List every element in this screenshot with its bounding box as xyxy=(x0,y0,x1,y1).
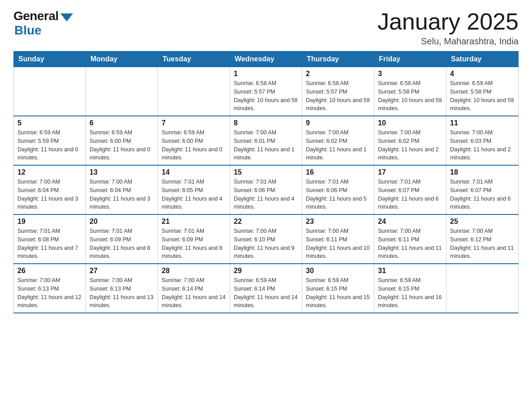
logo-blue-text: Blue xyxy=(14,23,42,38)
calendar-cell: 9Sunrise: 7:00 AMSunset: 6:02 PMDaylight… xyxy=(302,116,374,165)
calendar-cell: 20Sunrise: 7:01 AMSunset: 6:09 PMDayligh… xyxy=(86,214,158,264)
header-day-friday: Friday xyxy=(374,51,446,67)
day-info: Sunrise: 6:59 AMSunset: 6:15 PMDaylight:… xyxy=(378,276,442,310)
calendar-cell: 19Sunrise: 7:01 AMSunset: 6:08 PMDayligh… xyxy=(14,214,86,264)
calendar-cell: 29Sunrise: 6:59 AMSunset: 6:14 PMDayligh… xyxy=(230,264,302,313)
day-number: 11 xyxy=(450,119,515,127)
day-number: 10 xyxy=(378,119,442,127)
calendar-cell: 17Sunrise: 7:01 AMSunset: 6:07 PMDayligh… xyxy=(374,165,446,214)
calendar-cell: 21Sunrise: 7:01 AMSunset: 6:09 PMDayligh… xyxy=(158,214,230,264)
day-number: 15 xyxy=(234,168,298,176)
calendar-cell: 27Sunrise: 7:00 AMSunset: 6:13 PMDayligh… xyxy=(86,264,158,313)
day-info: Sunrise: 6:59 AMSunset: 5:58 PMDaylight:… xyxy=(450,79,515,113)
logo-general-text: General xyxy=(13,9,59,23)
calendar-cell: 18Sunrise: 7:01 AMSunset: 6:07 PMDayligh… xyxy=(446,165,519,214)
day-info: Sunrise: 7:01 AMSunset: 6:08 PMDaylight:… xyxy=(17,227,82,261)
day-number: 14 xyxy=(162,168,226,176)
day-info: Sunrise: 7:01 AMSunset: 6:06 PMDaylight:… xyxy=(306,178,370,211)
calendar-cell xyxy=(86,67,158,116)
calendar-header: SundayMondayTuesdayWednesdayThursdayFrid… xyxy=(14,51,519,67)
logo: General Blue xyxy=(13,9,73,38)
day-info: Sunrise: 6:59 AMSunset: 6:15 PMDaylight:… xyxy=(306,276,370,310)
calendar-week-3: 12Sunrise: 7:00 AMSunset: 6:04 PMDayligh… xyxy=(14,165,519,214)
day-info: Sunrise: 7:00 AMSunset: 6:13 PMDaylight:… xyxy=(17,276,82,310)
day-number: 27 xyxy=(90,267,154,275)
day-number: 21 xyxy=(162,218,226,226)
calendar-cell: 11Sunrise: 7:00 AMSunset: 6:03 PMDayligh… xyxy=(446,116,519,165)
header-day-monday: Monday xyxy=(86,51,158,67)
calendar-subtitle: Selu, Maharashtra, India xyxy=(378,36,519,47)
day-info: Sunrise: 7:00 AMSunset: 6:12 PMDaylight:… xyxy=(450,227,515,261)
header-day-wednesday: Wednesday xyxy=(230,51,302,67)
day-info: Sunrise: 7:01 AMSunset: 6:09 PMDaylight:… xyxy=(162,227,226,261)
day-info: Sunrise: 6:58 AMSunset: 5:57 PMDaylight:… xyxy=(306,79,370,113)
day-info: Sunrise: 7:00 AMSunset: 6:01 PMDaylight:… xyxy=(234,128,298,162)
header-day-tuesday: Tuesday xyxy=(158,51,230,67)
calendar-cell: 26Sunrise: 7:00 AMSunset: 6:13 PMDayligh… xyxy=(14,264,86,313)
calendar-cell: 3Sunrise: 6:58 AMSunset: 5:58 PMDaylight… xyxy=(374,67,446,116)
day-info: Sunrise: 7:00 AMSunset: 6:14 PMDaylight:… xyxy=(162,276,226,310)
day-number: 8 xyxy=(234,119,298,127)
header-row: SundayMondayTuesdayWednesdayThursdayFrid… xyxy=(14,51,519,67)
day-info: Sunrise: 7:01 AMSunset: 6:05 PMDaylight:… xyxy=(162,178,226,211)
day-number: 29 xyxy=(234,267,298,275)
day-number: 16 xyxy=(306,168,370,176)
day-number: 26 xyxy=(17,267,82,275)
day-info: Sunrise: 7:00 AMSunset: 6:04 PMDaylight:… xyxy=(90,178,154,211)
day-info: Sunrise: 6:59 AMSunset: 5:59 PMDaylight:… xyxy=(17,128,82,162)
day-info: Sunrise: 7:01 AMSunset: 6:07 PMDaylight:… xyxy=(450,178,515,211)
calendar-cell: 1Sunrise: 6:58 AMSunset: 5:57 PMDaylight… xyxy=(230,67,302,116)
header-day-thursday: Thursday xyxy=(302,51,374,67)
calendar-cell: 5Sunrise: 6:59 AMSunset: 5:59 PMDaylight… xyxy=(14,116,86,165)
calendar-cell: 15Sunrise: 7:01 AMSunset: 6:06 PMDayligh… xyxy=(230,165,302,214)
calendar-cell: 23Sunrise: 7:00 AMSunset: 6:11 PMDayligh… xyxy=(302,214,374,264)
day-info: Sunrise: 7:01 AMSunset: 6:09 PMDaylight:… xyxy=(90,227,154,261)
calendar-week-4: 19Sunrise: 7:01 AMSunset: 6:08 PMDayligh… xyxy=(14,214,519,264)
calendar-cell: 7Sunrise: 6:59 AMSunset: 6:00 PMDaylight… xyxy=(158,116,230,165)
calendar-body: 1Sunrise: 6:58 AMSunset: 5:57 PMDaylight… xyxy=(14,67,519,313)
day-number: 4 xyxy=(450,70,515,78)
header-day-saturday: Saturday xyxy=(446,51,519,67)
calendar-cell: 31Sunrise: 6:59 AMSunset: 6:15 PMDayligh… xyxy=(374,264,446,313)
day-info: Sunrise: 6:59 AMSunset: 6:00 PMDaylight:… xyxy=(90,128,154,162)
day-info: Sunrise: 7:01 AMSunset: 6:07 PMDaylight:… xyxy=(378,178,442,211)
day-number: 19 xyxy=(17,218,82,226)
header-day-sunday: Sunday xyxy=(14,51,86,67)
calendar-cell: 30Sunrise: 6:59 AMSunset: 6:15 PMDayligh… xyxy=(302,264,374,313)
day-info: Sunrise: 7:00 AMSunset: 6:02 PMDaylight:… xyxy=(378,128,442,162)
calendar-cell: 24Sunrise: 7:00 AMSunset: 6:11 PMDayligh… xyxy=(374,214,446,264)
day-info: Sunrise: 6:59 AMSunset: 6:00 PMDaylight:… xyxy=(162,128,226,162)
day-number: 24 xyxy=(378,218,442,226)
day-info: Sunrise: 7:00 AMSunset: 6:13 PMDaylight:… xyxy=(90,276,154,310)
calendar-week-5: 26Sunrise: 7:00 AMSunset: 6:13 PMDayligh… xyxy=(14,264,519,313)
day-info: Sunrise: 7:00 AMSunset: 6:11 PMDaylight:… xyxy=(378,227,442,261)
day-number: 7 xyxy=(162,119,226,127)
calendar-cell: 8Sunrise: 7:00 AMSunset: 6:01 PMDaylight… xyxy=(230,116,302,165)
calendar-cell: 6Sunrise: 6:59 AMSunset: 6:00 PMDaylight… xyxy=(86,116,158,165)
day-info: Sunrise: 6:58 AMSunset: 5:57 PMDaylight:… xyxy=(234,79,298,113)
day-number: 17 xyxy=(378,168,442,176)
day-info: Sunrise: 7:00 AMSunset: 6:04 PMDaylight:… xyxy=(17,178,82,211)
calendar-cell xyxy=(14,67,86,116)
calendar-cell: 10Sunrise: 7:00 AMSunset: 6:02 PMDayligh… xyxy=(374,116,446,165)
day-number: 31 xyxy=(378,267,442,275)
day-number: 20 xyxy=(90,218,154,226)
calendar-cell: 25Sunrise: 7:00 AMSunset: 6:12 PMDayligh… xyxy=(446,214,519,264)
day-info: Sunrise: 7:00 AMSunset: 6:03 PMDaylight:… xyxy=(450,128,515,162)
day-number: 12 xyxy=(17,168,82,176)
calendar-cell: 16Sunrise: 7:01 AMSunset: 6:06 PMDayligh… xyxy=(302,165,374,214)
calendar-cell: 2Sunrise: 6:58 AMSunset: 5:57 PMDaylight… xyxy=(302,67,374,116)
day-number: 2 xyxy=(306,70,370,78)
day-number: 23 xyxy=(306,218,370,226)
day-number: 28 xyxy=(162,267,226,275)
day-number: 25 xyxy=(450,218,515,226)
day-number: 30 xyxy=(306,267,370,275)
day-number: 18 xyxy=(450,168,515,176)
calendar-cell: 4Sunrise: 6:59 AMSunset: 5:58 PMDaylight… xyxy=(446,67,519,116)
day-number: 9 xyxy=(306,119,370,127)
day-number: 6 xyxy=(90,119,154,127)
page-header: General Blue January 2025 Selu, Maharash… xyxy=(13,9,519,47)
day-info: Sunrise: 7:00 AMSunset: 6:02 PMDaylight:… xyxy=(306,128,370,162)
day-number: 3 xyxy=(378,70,442,78)
day-info: Sunrise: 6:58 AMSunset: 5:58 PMDaylight:… xyxy=(378,79,442,113)
